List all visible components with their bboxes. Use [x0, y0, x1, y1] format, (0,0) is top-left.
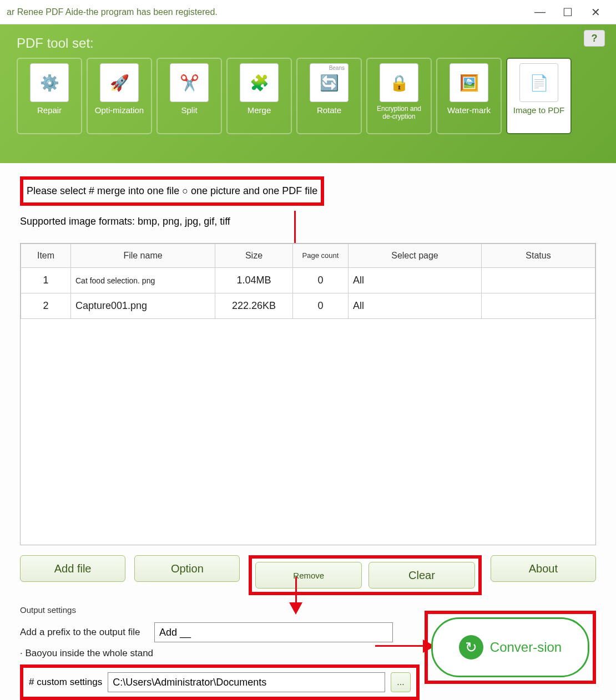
tool-optimization[interactable]: 🚀 Opti-mization	[87, 58, 152, 134]
rotate-icon: 🔄Beans	[310, 63, 349, 102]
minimize-button[interactable]: —	[526, 4, 554, 21]
col-pagecount: Page count	[293, 244, 349, 268]
rocket-icon: 🚀	[100, 63, 139, 102]
merge-option-highlight: Please select # merge into one file ○ on…	[20, 176, 324, 206]
custom-path-highlight: # custom settings ...	[20, 665, 420, 700]
maximize-button[interactable]: ☐	[554, 4, 582, 21]
clear-button[interactable]: Clear	[368, 562, 475, 589]
refresh-icon: ↻	[459, 635, 483, 660]
remove-clear-highlight: Remove Clear	[249, 555, 481, 595]
image-icon: 🖼️	[450, 63, 488, 102]
toolbar-title: PDF tool set:	[17, 35, 599, 51]
lock-icon: 🔒	[380, 63, 418, 102]
add-file-button[interactable]: Add file	[20, 555, 125, 582]
tool-split[interactable]: ✂️ Split	[156, 58, 222, 134]
browse-button[interactable]: ...	[391, 672, 411, 692]
tool-merge[interactable]: 🧩 Merge	[226, 58, 292, 134]
col-filename: File name	[71, 244, 215, 268]
puzzle-icon: 🧩	[240, 63, 279, 102]
action-buttons: Add file Option Remove Clear About	[20, 555, 596, 595]
tool-watermark[interactable]: 🖼️ Water-mark	[436, 58, 502, 134]
arrow-annotation-2	[295, 577, 297, 605]
convert-label: Conver-sion	[490, 640, 562, 655]
file-table: Item File name Size Page count Select pa…	[20, 243, 596, 545]
titlebar-text: ar Renee PDF Aide-the program has been r…	[7, 7, 218, 17]
table-header-row: Item File name Size Page count Select pa…	[21, 244, 595, 268]
output-settings: Output settings Add a prefix to the outp…	[20, 605, 596, 700]
main-panel: Please select # merge into one file ○ on…	[0, 163, 616, 700]
arrow-to-convert	[375, 645, 425, 647]
tool-encryption[interactable]: 🔒 Encryption and de-cryption	[366, 58, 432, 134]
convert-highlight: ↻ Conver-sion	[425, 611, 596, 684]
supported-formats: Supported image formats: bmp, png, jpg, …	[20, 216, 596, 227]
close-button[interactable]: ✕	[582, 4, 609, 21]
convert-button[interactable]: ↻ Conver-sion	[431, 617, 589, 677]
custom-label[interactable]: # custom settings	[29, 677, 102, 688]
tool-repair[interactable]: ⚙️ Repair	[17, 58, 82, 134]
col-size: Size	[215, 244, 293, 268]
scissors-icon: ✂️	[170, 63, 209, 102]
about-button[interactable]: About	[491, 555, 596, 582]
table-row[interactable]: 1 Cat food selection. png 1.04MB 0 All	[21, 268, 595, 293]
table-row[interactable]: 2 Capture001.png 222.26KB 0 All	[21, 293, 595, 319]
prefix-label: Add a prefix to the output file	[20, 627, 148, 638]
output-path-input[interactable]	[108, 672, 385, 692]
remove-button[interactable]: Remove	[255, 562, 362, 589]
toolbar: ? PDF tool set: ⚙️ Repair 🚀 Opti-mizatio…	[0, 24, 616, 163]
tool-image-to-pdf[interactable]: 📄 Image to PDF	[506, 58, 572, 134]
tool-rotate[interactable]: 🔄Beans Rotate	[296, 58, 362, 134]
gear-icon: ⚙️	[30, 63, 69, 102]
tool-row: ⚙️ Repair 🚀 Opti-mization ✂️ Split 🧩 Mer…	[17, 58, 599, 134]
merge-option-text[interactable]: Please select # merge into one file ○ on…	[27, 185, 317, 196]
pdf-icon: 📄	[519, 63, 558, 102]
titlebar: ar Renee PDF Aide-the program has been r…	[0, 0, 616, 24]
col-status: Status	[482, 244, 595, 268]
baoyou-label: · Baoyou inside the whole stand	[20, 648, 153, 659]
option-button[interactable]: Option	[134, 555, 240, 582]
col-selectpage: Select page	[349, 244, 482, 268]
prefix-input[interactable]	[154, 622, 393, 642]
col-item: Item	[21, 244, 71, 268]
